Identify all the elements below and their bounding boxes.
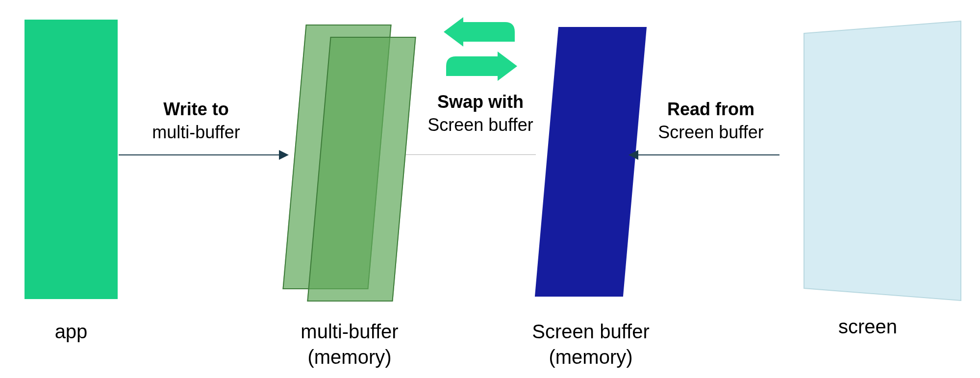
- swap-label: Swap with Screen buffer: [412, 91, 549, 137]
- write-label: Write to multi-buffer: [132, 98, 260, 144]
- swap-icon: [436, 17, 525, 81]
- screen-node: [779, 19, 966, 303]
- swap-label-action: Swap with: [437, 92, 524, 112]
- app-node: [25, 20, 118, 299]
- svg-marker-0: [804, 21, 961, 301]
- screen-buffer-caption-line2: (memory): [549, 346, 632, 368]
- swap-label-target: Screen buffer: [427, 115, 533, 135]
- multi-buffer-caption-line2: (memory): [307, 346, 391, 368]
- buffer-swap-diagram: Write to multi-buffer Swap with Screen b…: [0, 0, 980, 378]
- svg-marker-1: [444, 17, 463, 47]
- svg-marker-2: [498, 51, 517, 81]
- screen-caption: screen: [794, 314, 941, 339]
- write-arrow: [119, 154, 288, 155]
- screen-buffer-caption: Screen buffer (memory): [520, 319, 662, 370]
- multi-buffer-caption-line1: multi-buffer: [301, 321, 398, 342]
- read-label-target: Screen buffer: [658, 122, 763, 142]
- write-label-target: multi-buffer: [152, 122, 240, 142]
- read-label: Read from Screen buffer: [642, 98, 779, 144]
- screen-buffer-caption-line1: Screen buffer: [532, 321, 649, 342]
- swap-connector: [406, 154, 536, 155]
- app-caption: app: [25, 319, 118, 344]
- read-label-action: Read from: [667, 99, 754, 119]
- multi-buffer-caption: multi-buffer (memory): [291, 319, 408, 370]
- screen-buffer-node: [535, 27, 647, 297]
- read-arrow: [637, 154, 779, 155]
- write-label-action: Write to: [163, 99, 228, 119]
